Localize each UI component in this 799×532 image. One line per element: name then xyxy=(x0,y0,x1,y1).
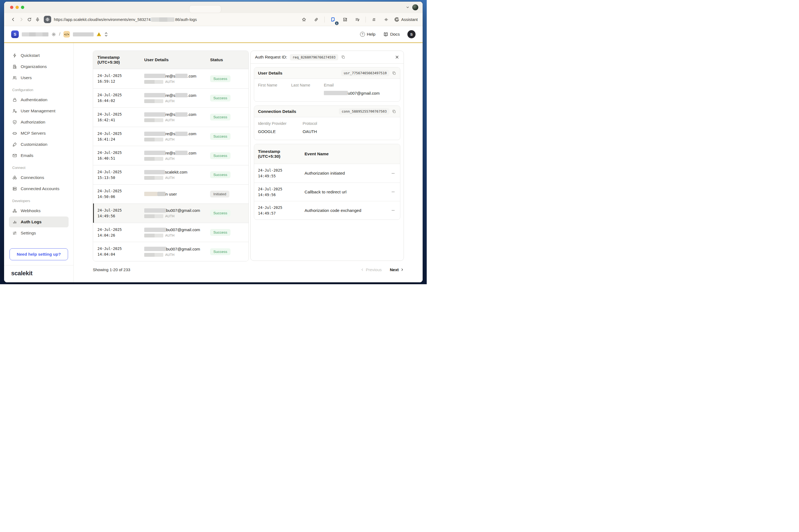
sidebar-item-emails[interactable]: Emails xyxy=(9,150,69,161)
bookmark-star-icon[interactable] xyxy=(300,16,308,24)
sidebar-item-authentication[interactable]: Authentication xyxy=(9,94,69,105)
log-row[interactable]: 24-Jul-202516:40:51 re@s.comAUTH Success xyxy=(93,146,248,165)
lightning-icon xyxy=(12,53,17,58)
event-row[interactable]: 24-Jul-202514:49:57 Authorization code e… xyxy=(254,201,400,220)
previous-page-button[interactable]: Previous xyxy=(360,267,382,272)
email-label: Email xyxy=(324,83,396,87)
log-row[interactable]: 24-Jul-202514:49:56 bu007@gmail.comAUTH … xyxy=(93,204,248,223)
connection-details-title: Connection Details xyxy=(258,109,296,114)
active-tab[interactable] xyxy=(189,5,221,13)
user-details-title: User Details xyxy=(258,71,282,76)
log-row[interactable]: 24-Jul-202516:44:02 re@s.comAUTH Success xyxy=(93,89,248,108)
toolbar-divider xyxy=(366,17,366,23)
log-row[interactable]: 24-Jul-202514:04:26 bu007@gmail.comAUTH … xyxy=(93,223,248,242)
redacted-text xyxy=(144,80,163,84)
column-header-timestamp: Timestamp (UTC+5:30) xyxy=(93,55,144,65)
sidebar-item-connections[interactable]: Connections xyxy=(9,172,69,183)
microphone-icon[interactable] xyxy=(34,16,42,24)
back-icon[interactable] xyxy=(9,16,17,24)
log-row[interactable]: 24-Jul-202515:13:50 scalekit.comAUTH Suc… xyxy=(93,165,248,185)
column-header-user-details: User Details xyxy=(144,57,210,62)
copy-icon[interactable] xyxy=(341,55,345,59)
redacted-text xyxy=(144,253,163,257)
mail-icon xyxy=(12,153,17,158)
forward-icon[interactable] xyxy=(17,16,25,24)
pagination-summary: Showing 1-20 of 233 xyxy=(93,267,130,272)
gear-icon[interactable] xyxy=(52,32,56,37)
reload-icon[interactable] xyxy=(25,16,34,24)
users-icon xyxy=(12,75,17,80)
row-menu-icon[interactable] xyxy=(390,170,396,176)
brush-icon xyxy=(12,142,17,147)
events-header: Timestamp (UTC+5:30) Event Name xyxy=(254,144,400,164)
redacted-text xyxy=(144,118,163,122)
need-help-button[interactable]: Need help setting up? xyxy=(10,248,68,260)
chevron-down-icon[interactable] xyxy=(406,5,410,9)
redacted-text xyxy=(144,170,165,174)
status-badge: Success xyxy=(210,229,230,236)
log-row[interactable]: 24-Jul-202516:41:24 re@s.comAUTH Success xyxy=(93,127,248,146)
redacted-text xyxy=(144,93,165,97)
user-avatar[interactable]: S xyxy=(407,30,415,38)
help-circle-icon: ? xyxy=(360,32,365,37)
sidebar-item-users[interactable]: Users xyxy=(9,72,69,83)
close-icon[interactable] xyxy=(395,55,399,59)
reading-list-icon[interactable] xyxy=(370,16,378,24)
row-menu-icon[interactable] xyxy=(390,207,396,213)
log-row[interactable]: 24-Jul-202514:04:04 bu007@gmail.comAUTH … xyxy=(93,242,248,261)
redacted-text xyxy=(144,234,163,238)
sidebar-item-settings[interactable]: Settings xyxy=(9,228,69,239)
environment-name-redacted[interactable] xyxy=(73,32,94,36)
minimize-window-button[interactable] xyxy=(16,6,19,9)
sidebar-item-webhooks[interactable]: Webhooks xyxy=(9,205,69,216)
redacted-text xyxy=(157,192,165,196)
row-menu-icon[interactable] xyxy=(390,189,396,195)
scalekit-logo: scalekit xyxy=(11,270,32,277)
zoom-window-button[interactable] xyxy=(21,6,24,9)
sidebar-section-header: Connect xyxy=(9,166,69,170)
log-row[interactable]: 24-Jul-202516:59:12 re@s.comAUTH Success xyxy=(93,69,248,89)
email-value: u007@gmail.com xyxy=(324,91,396,95)
connection-details-card: Connection Details conn_5889525570076750… xyxy=(254,106,400,140)
redacted-text xyxy=(144,192,157,196)
sidebar-item-authorization[interactable]: Authorization xyxy=(9,117,69,128)
playlist-icon[interactable] xyxy=(353,16,361,24)
log-row[interactable]: 24-Jul-202514:50:06 n user Initiated xyxy=(93,185,248,204)
environment-code-icon[interactable]: </> xyxy=(63,31,70,38)
waveform-icon[interactable] xyxy=(382,16,390,24)
sidebar-item-auth-logs[interactable]: Auth Logs xyxy=(9,216,69,227)
log-row[interactable]: 24-Jul-202516:42:41 re@s.comAUTH Success xyxy=(93,108,248,127)
sidebar-item-connected-accounts[interactable]: Connected Accounts xyxy=(9,183,69,194)
password-manager-extension-icon[interactable]: 1 xyxy=(329,16,337,24)
book-icon xyxy=(383,32,388,37)
extensions-puzzle-icon[interactable] xyxy=(341,16,349,24)
event-row[interactable]: 24-Jul-202514:49:56 Callback to redirect… xyxy=(254,183,400,201)
environment-switcher-icon[interactable] xyxy=(104,32,108,37)
close-window-button[interactable] xyxy=(10,6,13,9)
stack-icon xyxy=(12,186,17,191)
sidebar-section-header: Configuration xyxy=(9,88,69,92)
warning-icon xyxy=(97,32,101,36)
copy-link-icon[interactable] xyxy=(312,16,320,24)
sidebar-item-quickstart[interactable]: Quickstart xyxy=(9,50,69,61)
site-globe-icon[interactable] xyxy=(44,16,51,23)
sidebar-item-organizations[interactable]: Organizations xyxy=(9,61,69,72)
identity-provider-label: Identity Provider xyxy=(258,121,303,126)
event-row[interactable]: 24-Jul-202514:49:55 Authorization initia… xyxy=(254,164,400,183)
first-name-value xyxy=(258,91,291,95)
sidebar-item-user-management[interactable]: User Management xyxy=(9,106,69,116)
help-button[interactable]: ? Help xyxy=(360,32,375,37)
assistant-button[interactable]: Assistant xyxy=(394,17,418,22)
sidebar-item-mcp-servers[interactable]: MCP Servers xyxy=(9,128,69,139)
browser-profile-avatar[interactable] xyxy=(412,4,418,10)
copy-icon[interactable] xyxy=(392,71,396,75)
docs-button[interactable]: Docs xyxy=(383,32,400,37)
workspace-name-redacted[interactable] xyxy=(22,32,49,36)
workspace-logo[interactable]: S xyxy=(11,31,19,38)
url-bar[interactable]: https://app.scalekit.cloud/ws/environmen… xyxy=(54,17,197,22)
sidebar-item-customization[interactable]: Customization xyxy=(9,139,69,150)
next-page-button[interactable]: Next xyxy=(390,267,404,272)
status-badge: Success xyxy=(210,210,230,216)
redacted-text xyxy=(175,151,187,155)
copy-icon[interactable] xyxy=(392,109,396,114)
